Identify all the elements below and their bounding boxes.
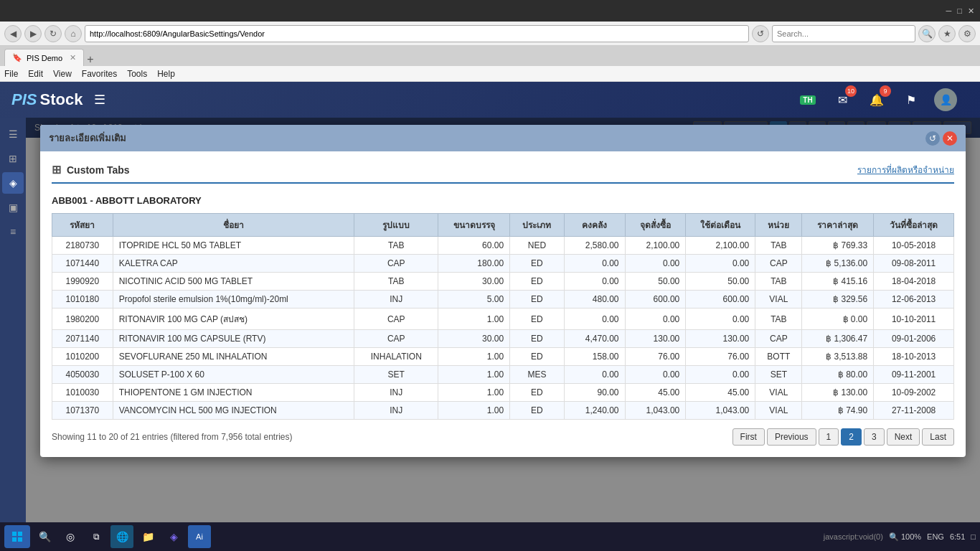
table-cell: 0.00 [564,309,625,330]
language-indicator[interactable]: ENG [927,532,944,541]
table-cell: 480.00 [564,291,625,309]
menu-tools[interactable]: Tools [127,69,147,79]
ai-icon[interactable]: Ai [188,525,211,548]
table-cell: VIAL [755,384,802,402]
page-last-button[interactable]: Last [922,428,954,446]
start-button[interactable] [4,525,30,548]
table-row: 1990920NICOTINIC ACID 500 MG TABLETTAB30… [52,273,954,291]
col-unit: หน่วย [755,214,802,237]
table-cell: 1.00 [438,366,510,384]
main-layout: ☰ ⊞ ◈ ▣ ≡ รายละเอียดเพิ่มเติม ↺ ✕ [0,118,980,551]
modal-close-button[interactable]: ✕ [943,131,957,146]
cortana-button[interactable]: ◎ [59,525,82,548]
table-cell: ฿ 130.00 [802,384,874,402]
settings-icon[interactable]: ⚙ [958,25,976,42]
table-cell: ฿ 329.56 [802,291,874,309]
table-cell: 1,043.00 [686,402,755,420]
table-cell: SET [354,366,438,384]
table-cell: 2180730 [52,237,113,255]
vendor-title: ABB001 - ABBOTT LABORATORY [52,195,954,206]
search-submit[interactable]: 🔍 [918,25,936,42]
address-bar[interactable] [85,25,749,42]
search-input[interactable] [772,25,915,42]
table-cell: 09-11-2001 [874,366,954,384]
avatar[interactable]: 👤 [934,88,957,111]
table-cell: VIAL [755,291,802,309]
logo-pis: PIS [11,90,37,109]
table-cell: 50.00 [686,273,755,291]
table-cell: 2071140 [52,330,113,348]
table-cell: 1010180 [52,291,113,309]
table-cell: 1071440 [52,255,113,273]
page-1-button[interactable]: 1 [819,428,839,446]
table-cell: NED [510,237,565,255]
menu-edit[interactable]: Edit [28,69,43,79]
col-last-purchase: วันที่ซื้อล่าสุด [874,214,954,237]
table-cell: 10-10-2011 [874,309,954,330]
sidebar-icon-1[interactable]: ☰ [2,123,24,145]
menu-favorites[interactable]: Favorites [82,69,117,79]
table-cell: 50.00 [625,273,686,291]
table-cell: KALETRA CAP [113,255,354,273]
forward-button[interactable]: ▶ [24,25,42,42]
favorites-icon[interactable]: ★ [938,25,956,42]
table-body: 2180730ITOPRIDE HCL 50 MG TABLETTAB60.00… [52,237,954,420]
close-btn[interactable]: ✕ [968,6,974,16]
menu-file[interactable]: File [4,69,18,79]
table-cell: INJ [354,384,438,402]
table-cell: ED [510,384,565,402]
table-cell: ED [510,273,565,291]
search-taskbar-button[interactable]: 🔍 [33,525,56,548]
modal-refresh-button[interactable]: ↺ [925,131,940,146]
home-button[interactable]: ⌂ [65,25,82,42]
ie-icon[interactable]: 🌐 [110,525,133,548]
svg-rect-1 [18,532,22,536]
task-view-button[interactable]: ⧉ [85,525,108,548]
browser-tab-pis[interactable]: 🔖 PIS Demo ✕ [4,49,84,66]
menu-help[interactable]: Help [157,69,175,79]
flag-icon[interactable]: TH [796,88,819,111]
tab-link-products[interactable]: รายการที่ผลิตหรือจำหน่าย [857,163,954,176]
flag2-icon[interactable]: ⚑ [900,88,923,111]
sidebar-icon-5[interactable]: ≡ [2,221,24,242]
browser-toolbar: ◀ ▶ ↻ ⌂ ↺ 🔍 ★ ⚙ [0,22,980,46]
page-2-button[interactable]: 2 [841,428,862,446]
sidebar-icon-4[interactable]: ▣ [2,197,24,218]
browser-tab-bar: 🔖 PIS Demo ✕ + [0,46,980,66]
sidebar-icon-3[interactable]: ◈ [2,172,24,194]
minimize-btn[interactable]: ─ [946,6,952,15]
page-3-button[interactable]: 3 [864,428,885,446]
page-previous-button[interactable]: Previous [767,428,816,446]
col-name: ชื่อยา [113,214,354,237]
bell-group: 🔔 9 [865,88,888,111]
table-cell: NICOTINIC ACID 500 MG TABLET [113,273,354,291]
status-text: javascript:void(0) [824,532,883,541]
page-first-button[interactable]: First [732,428,765,446]
tab-icon: 🔖 [12,53,22,62]
table-cell: CAP [354,330,438,348]
go-button[interactable]: ↺ [752,25,769,42]
maximize-btn[interactable]: □ [957,6,962,15]
vs-icon[interactable]: ◈ [162,525,185,548]
zoom-level: 🔍 100% [889,532,921,542]
table-cell: 0.00 [625,309,686,330]
file-explorer-icon[interactable]: 📁 [136,525,159,548]
table-cell: 0.00 [625,255,686,273]
back-button[interactable]: ◀ [4,25,22,42]
modal-header: รายละเอียดเพิ่มเติม ↺ ✕ [40,125,966,151]
table-cell: 2,100.00 [625,237,686,255]
table-cell: VIAL [755,402,802,420]
sidebar-icon-2[interactable]: ⊞ [2,148,24,169]
table-cell: 1,043.00 [625,402,686,420]
hamburger-button[interactable]: ☰ [94,92,105,108]
menu-view[interactable]: View [53,69,72,79]
refresh-button[interactable]: ↻ [44,25,62,42]
tab-close-icon[interactable]: ✕ [70,53,76,62]
table-cell: 09-08-2011 [874,255,954,273]
page-next-button[interactable]: Next [887,428,920,446]
new-tab-button[interactable]: + [87,53,93,66]
table-cell: 1980200 [52,309,113,330]
notification-icon[interactable]: □ [971,532,976,541]
table-cell: ITOPRIDE HCL 50 MG TABLET [113,237,354,255]
table-cell: 09-01-2006 [874,330,954,348]
